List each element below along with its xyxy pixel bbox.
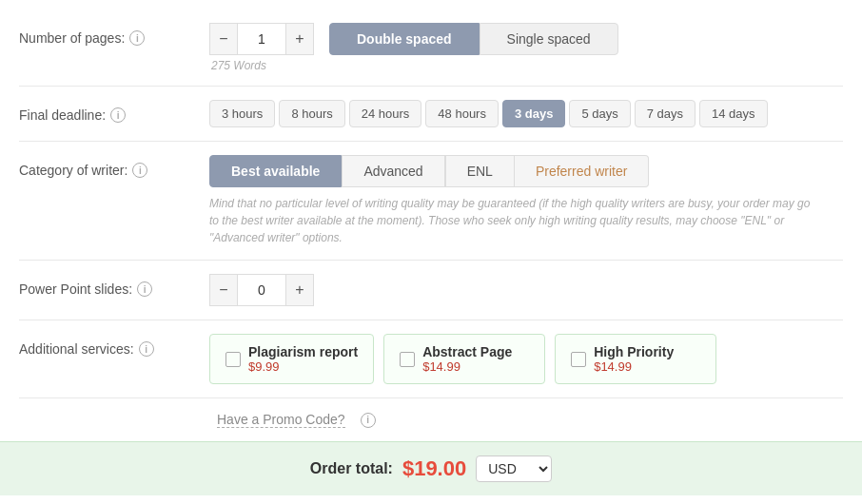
services-label: Additional services: i — [19, 334, 209, 357]
slides-decrement-button[interactable]: − — [209, 274, 238, 306]
writer-btn-preferred-writer[interactable]: Preferred writer — [515, 155, 649, 187]
deadline-btn-3-hours[interactable]: 3 hours — [209, 100, 275, 127]
services-group: Plagiarism report$9.99Abstract Page$14.9… — [209, 334, 843, 384]
single-spaced-button[interactable]: Single spaced — [480, 23, 618, 55]
service-checkbox-1[interactable] — [400, 352, 415, 367]
writer-label-text: Category of writer: — [19, 163, 127, 178]
deadline-btn-7-days[interactable]: 7 days — [635, 100, 695, 127]
order-total-label: Order total: — [310, 460, 393, 477]
pages-stepper: − 1 + — [209, 23, 314, 55]
slides-label: Power Point slides: i — [19, 274, 209, 297]
service-name-1: Abstract Page — [422, 344, 512, 359]
deadline-btn-14-days[interactable]: 14 days — [699, 100, 768, 127]
order-footer: Order total: $19.00 USDEURGBP — [0, 441, 862, 495]
pages-label-text: Number of pages: — [19, 30, 125, 46]
deadline-info-icon[interactable]: i — [110, 107, 126, 123]
services-controls: Plagiarism report$9.99Abstract Page$14.9… — [209, 334, 843, 384]
pages-decrement-button[interactable]: − — [209, 23, 238, 55]
pages-value: 1 — [238, 23, 285, 55]
deadline-btn-8-hours[interactable]: 8 hours — [279, 100, 344, 127]
deadline-btn-24-hours[interactable]: 24 hours — [349, 100, 422, 127]
order-total-price: $19.00 — [402, 456, 466, 481]
spacing-group: Double spaced Single spaced — [329, 23, 618, 55]
deadline-group: 3 hours8 hours24 hours48 hours3 days5 da… — [209, 100, 843, 127]
services-label-text: Additional services: — [19, 341, 134, 357]
words-label: 275 Words — [209, 59, 843, 72]
double-spaced-button[interactable]: Double spaced — [329, 23, 480, 55]
slides-label-text: Power Point slides: — [19, 281, 132, 297]
pages-label: Number of pages: i — [19, 23, 209, 46]
deadline-btn-5-days[interactable]: 5 days — [569, 100, 630, 127]
writer-btn-enl[interactable]: ENL — [445, 155, 515, 187]
deadline-row: Final deadline: i 3 hours8 hours24 hours… — [19, 87, 843, 142]
promo-info-icon[interactable]: i — [361, 413, 376, 428]
services-info-icon[interactable]: i — [139, 341, 154, 357]
deadline-label: Final deadline: i — [19, 100, 209, 123]
slides-stepper: − 0 + — [209, 274, 843, 306]
service-price-2: $14.99 — [594, 359, 674, 374]
service-price-1: $14.99 — [422, 359, 512, 374]
service-name-0: Plagiarism report — [248, 344, 358, 359]
service-name-2: High Priority — [594, 344, 674, 359]
deadline-btn-48-hours[interactable]: 48 hours — [425, 100, 499, 127]
slides-row: Power Point slides: i − 0 + — [19, 261, 843, 320]
form-container: Number of pages: i − 1 + Double spaced S… — [0, 0, 862, 441]
writer-row: Category of writer: i Best availableAdva… — [19, 142, 843, 261]
slides-increment-button[interactable]: + — [285, 274, 314, 306]
service-price-0: $9.99 — [248, 359, 358, 374]
slides-controls: − 0 + — [209, 274, 843, 306]
currency-select[interactable]: USDEURGBP — [476, 456, 552, 482]
slides-info-icon[interactable]: i — [137, 281, 152, 297]
pages-row: Number of pages: i − 1 + Double spaced S… — [19, 10, 843, 87]
pages-increment-button[interactable]: + — [285, 23, 314, 55]
service-item-plagiarism-report[interactable]: Plagiarism report$9.99 — [209, 334, 374, 384]
writer-btn-advanced[interactable]: Advanced — [342, 155, 444, 187]
services-row: Additional services: i Plagiarism report… — [19, 320, 843, 398]
writer-group: Best availableAdvancedENLPreferred write… — [209, 155, 843, 187]
deadline-controls: 3 hours8 hours24 hours48 hours3 days5 da… — [209, 100, 843, 127]
slides-value: 0 — [238, 274, 285, 306]
deadline-btn-3-days[interactable]: 3 days — [502, 100, 565, 127]
service-checkbox-0[interactable] — [225, 352, 241, 367]
writer-note: Mind that no particular level of writing… — [209, 195, 818, 246]
writer-btn-best-available[interactable]: Best available — [209, 155, 342, 187]
service-item-abstract-page[interactable]: Abstract Page$14.99 — [383, 334, 545, 384]
pages-row-controls: − 1 + Double spaced Single spaced — [209, 23, 843, 55]
writer-label: Category of writer: i — [19, 155, 209, 178]
pages-info-icon[interactable]: i — [129, 30, 145, 46]
writer-info-icon[interactable]: i — [132, 163, 147, 178]
writer-controls: Best availableAdvancedENLPreferred write… — [209, 155, 843, 246]
promo-row: Have a Promo Code? i — [19, 398, 843, 441]
service-item-high-priority[interactable]: High Priority$14.99 — [555, 334, 716, 384]
pages-controls: − 1 + Double spaced Single spaced 275 Wo… — [209, 23, 843, 72]
service-checkbox-2[interactable] — [571, 352, 586, 367]
promo-code-link[interactable]: Have a Promo Code? — [217, 412, 345, 428]
deadline-label-text: Final deadline: — [19, 107, 106, 123]
